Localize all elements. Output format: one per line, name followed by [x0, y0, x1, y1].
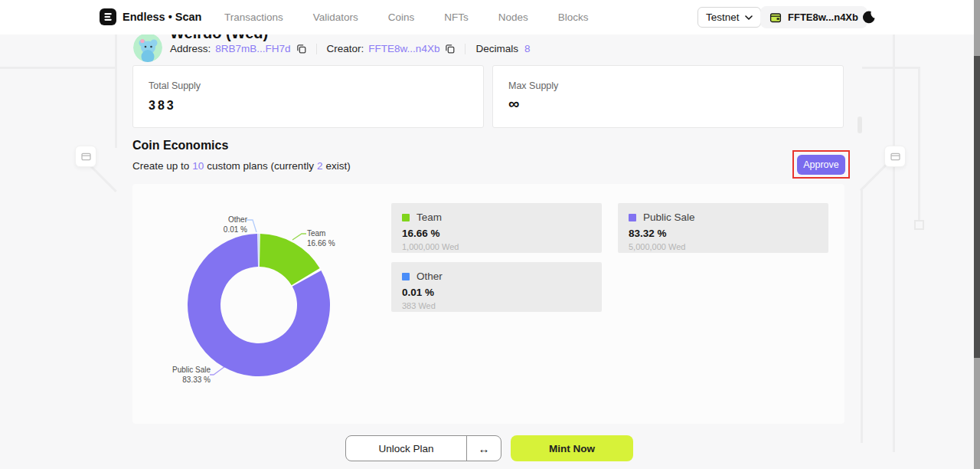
legend-name: Team [416, 212, 442, 223]
approve-button[interactable]: Approve [797, 155, 845, 175]
subtitle-middle: custom plans (currently [207, 160, 314, 172]
swap-button[interactable]: ↔ [466, 436, 501, 461]
legend-card-team: Team 16.66 % 1,000,000 Wed [391, 203, 602, 253]
decoration-line [862, 67, 920, 69]
max-supply-card: Max Supply ∞ [492, 65, 844, 128]
public-sale-swatch-icon [629, 214, 636, 221]
other-swatch-icon [402, 273, 410, 280]
copy-creator-icon[interactable] [445, 44, 455, 54]
plans-subtitle: Create up to 10 custom plans (currently … [132, 160, 351, 172]
unlock-plan-button[interactable]: Unlock Plan [346, 436, 466, 461]
subtitle-prefix: Create up to [132, 160, 189, 172]
total-supply-label: Total Supply [149, 80, 201, 91]
top-navbar: Endless • Scan Transactions Validators C… [0, 0, 974, 34]
network-label: Testnet [706, 11, 740, 23]
chart-label-public-sale: Public Sale 83.33 % [172, 365, 211, 385]
max-supply-label: Max Supply [508, 80, 558, 91]
card-icon [81, 153, 91, 161]
creator-link[interactable]: FFTE8w...n4Xb [368, 43, 439, 54]
total-supply-value: 383 [149, 99, 176, 113]
divider [465, 44, 466, 54]
decoration-line [918, 67, 920, 221]
decoration-node-box [884, 146, 906, 167]
legend-percent: 0.01 % [402, 287, 591, 298]
moon-icon[interactable] [862, 10, 876, 24]
brand-title[interactable]: Endless • Scan [122, 11, 201, 23]
decoration-line [893, 34, 895, 452]
divider [316, 44, 317, 54]
coin-meta-row: Address: 8RB7mB...FH7d Creator: FFTE8w..… [170, 43, 530, 54]
subtitle-suffix: exist) [325, 160, 350, 172]
wallet-address-label: FFTE8w...n4Xb [788, 11, 858, 23]
swap-icon: ↔ [479, 442, 490, 455]
decoration-line [860, 162, 888, 191]
endless-logo-icon[interactable] [100, 8, 116, 25]
legend-amount: 5,000,000 Wed [629, 242, 818, 251]
annotation-highlight: Approve [792, 150, 850, 179]
address-label: Address: [170, 43, 211, 54]
callout-line-other [247, 220, 256, 232]
avatar-creature-image [133, 33, 162, 62]
coin-economics-panel: Other 0.01 % Team 16.66 % Public Sale 83… [132, 184, 844, 424]
creator-label: Creator: [327, 43, 364, 54]
decimals-value: 8 [524, 43, 531, 54]
legend-percent: 83.32 % [629, 228, 818, 239]
copy-address-icon[interactable] [296, 44, 306, 54]
section-title: Coin Economics [132, 139, 228, 153]
decimals-label: Decimals [475, 43, 518, 54]
decoration-line [115, 34, 117, 148]
total-supply-card: Total Supply 383 [132, 65, 484, 128]
chevron-down-icon [745, 15, 753, 20]
team-swatch-icon [402, 214, 410, 221]
unlock-plan-button-group: Unlock Plan ↔ [345, 435, 501, 461]
callout-line-team [292, 234, 306, 240]
chart-label-other: Other 0.01 % [224, 215, 247, 235]
infinity-icon: ∞ [508, 95, 519, 113]
nav-link-nfts[interactable]: NFTs [444, 11, 469, 23]
nav-link-blocks[interactable]: Blocks [558, 11, 589, 23]
legend-amount: 1,000,000 Wed [402, 242, 591, 251]
current-plans-value: 2 [317, 160, 323, 172]
mint-now-button[interactable]: Mint Now [511, 435, 633, 461]
chart-label-team: Team 16.66 % [307, 228, 335, 248]
max-plans-value: 10 [192, 160, 204, 172]
coin-avatar [133, 33, 162, 62]
callout-line-public-sale [210, 366, 225, 375]
legend-card-other: Other 0.01 % 383 Wed [391, 262, 602, 312]
decoration-node-box [75, 146, 96, 167]
legend-name: Other [416, 271, 443, 282]
card-icon [890, 153, 900, 161]
legend-percent: 16.66 % [402, 228, 591, 239]
legend-name: Public Sale [643, 212, 695, 223]
nav-link-transactions[interactable]: Transactions [224, 11, 283, 23]
legend-amount: 383 Wed [402, 301, 591, 310]
nav-link-validators[interactable]: Validators [313, 11, 358, 23]
address-link[interactable]: 8RB7mB...FH7d [215, 43, 290, 54]
nav-links: Transactions Validators Coins NFTs Nodes… [224, 0, 589, 34]
nav-link-nodes[interactable]: Nodes [498, 11, 528, 23]
decoration-line [0, 67, 116, 69]
decoration-line [861, 190, 863, 443]
scrollbar-thumb[interactable] [974, 56, 980, 358]
nav-link-coins[interactable]: Coins [388, 11, 415, 23]
wallet-icon [769, 11, 782, 24]
network-select-button[interactable]: Testnet [697, 7, 761, 28]
decoration-square [914, 220, 924, 230]
decoration-pill [858, 116, 862, 133]
wallet-address-chip[interactable]: FFTE8w...n4Xb [760, 6, 867, 28]
legend-card-public-sale: Public Sale 83.32 % 5,000,000 Wed [618, 203, 828, 253]
